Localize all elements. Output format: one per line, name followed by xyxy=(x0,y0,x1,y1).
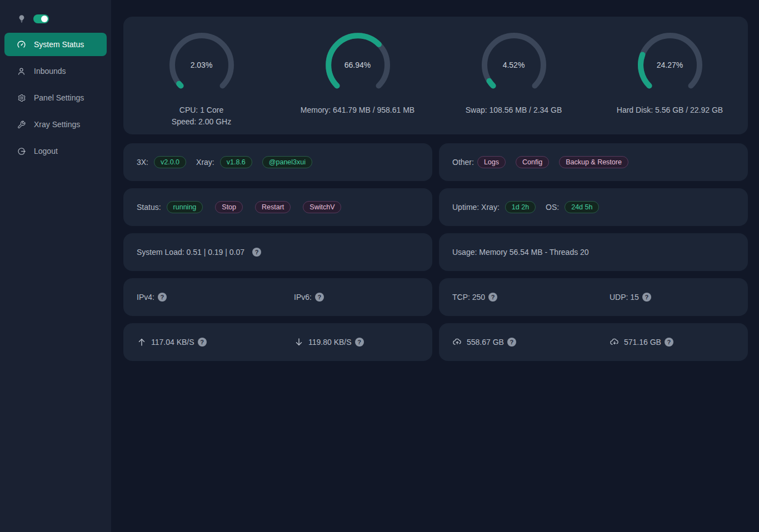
uptime-card: Uptime: Xray: 1d 2h OS: 24d 5h xyxy=(439,188,748,226)
ipv6-label: IPv6: xyxy=(294,293,312,302)
status-label: Status: xyxy=(137,203,161,212)
disk-label: Hard Disk: 5.56 GB / 22.92 GB xyxy=(617,104,723,116)
xray-label: Xray: xyxy=(196,158,214,167)
other-label: Other: xyxy=(452,158,474,167)
sidebar-item-label: Xray Settings xyxy=(34,120,80,129)
lightbulb-icon xyxy=(17,14,26,24)
logout-icon xyxy=(17,147,26,156)
disk-gauge: 24.27% Hard Disk: 5.56 GB / 22.92 GB xyxy=(592,17,748,134)
upload-speed-text: 117.04 KB/S xyxy=(151,338,194,347)
config-button[interactable]: Config xyxy=(516,156,549,168)
status-running-badge: running xyxy=(167,201,203,213)
tcp-count-text: TCP: 250 xyxy=(452,293,485,302)
help-icon[interactable]: ? xyxy=(355,338,364,347)
xray-status-card: Status: running Stop Restart SwitchV xyxy=(123,188,432,226)
help-icon[interactable]: ? xyxy=(488,293,497,302)
os-uptime-badge: 24d 5h xyxy=(565,201,599,213)
sidebar: System Status Inbounds Panel Settings xyxy=(0,0,111,532)
dashboard-icon xyxy=(17,40,26,49)
memory-percent: 66.94% xyxy=(324,32,391,98)
swap-gauge: 4.52% Swap: 108.56 MB / 2.34 GB xyxy=(436,17,592,134)
versions-card: 3X: v2.0.0 Xray: v1.8.6 @panel3xui xyxy=(123,143,432,181)
upload-total-text: 558.67 GB xyxy=(467,338,504,347)
theme-toggle-row xyxy=(0,0,111,23)
cpu-percent: 2.03% xyxy=(168,32,235,98)
3x-label: 3X: xyxy=(137,158,148,167)
uptime-xray-label: Uptime: Xray: xyxy=(452,203,500,212)
connections-card: TCP: 250 ? UDP: 15 ? xyxy=(439,278,748,316)
usage-card: Usage: Memory 56.54 MB - Threads 20 xyxy=(439,233,748,271)
resource-gauges-card: 2.03% CPU: 1 Core Speed: 2.00 GHz 66.94%… xyxy=(123,17,748,134)
download-total-text: 571.16 GB xyxy=(624,338,661,347)
switch-version-button[interactable]: SwitchV xyxy=(303,201,341,213)
sidebar-item-label: System Status xyxy=(34,40,84,49)
dark-mode-toggle[interactable] xyxy=(33,14,49,23)
sidebar-item-panel-settings[interactable]: Panel Settings xyxy=(4,86,107,109)
restart-button[interactable]: Restart xyxy=(255,201,291,213)
help-icon[interactable]: ? xyxy=(252,248,261,257)
system-load-text: System Load: 0.51 | 0.19 | 0.07 xyxy=(137,248,244,257)
arrow-up-icon xyxy=(137,337,147,347)
cpu-gauge: 2.03% CPU: 1 Core Speed: 2.00 GHz xyxy=(123,17,279,134)
cpu-label: CPU: 1 Core xyxy=(172,104,231,116)
help-icon[interactable]: ? xyxy=(665,338,673,347)
logs-button[interactable]: Logs xyxy=(477,156,506,168)
total-traffic-card: 558.67 GB ? 571.16 GB ? xyxy=(439,323,748,361)
help-icon[interactable]: ? xyxy=(642,293,651,302)
3x-version-tag: v2.0.0 xyxy=(154,156,186,168)
ipv4-label: IPv4: xyxy=(137,293,154,302)
sidebar-item-xray-settings[interactable]: Xray Settings xyxy=(4,113,107,136)
sidebar-item-system-status[interactable]: System Status xyxy=(4,33,107,56)
sidebar-item-label: Logout xyxy=(34,147,58,155)
swap-percent: 4.52% xyxy=(481,32,547,98)
udp-count-text: UDP: 15 xyxy=(610,293,639,302)
disk-percent: 24.27% xyxy=(637,32,703,98)
sidebar-item-inbounds[interactable]: Inbounds xyxy=(4,59,107,83)
network-speed-card: 117.04 KB/S ? 119.80 KB/S ? xyxy=(123,323,432,361)
cpu-speed-label: Speed: 2.00 GHz xyxy=(172,116,231,128)
help-icon[interactable]: ? xyxy=(158,293,167,302)
system-load-card: System Load: 0.51 | 0.19 | 0.07 ? xyxy=(123,233,432,271)
xray-uptime-badge: 1d 2h xyxy=(505,201,536,213)
sidebar-item-label: Inbounds xyxy=(34,67,66,76)
toggle-knob xyxy=(41,16,48,22)
help-icon[interactable]: ? xyxy=(315,293,324,302)
memory-label: Memory: 641.79 MB / 958.61 MB xyxy=(301,104,415,116)
xray-version-tag: v1.8.6 xyxy=(220,156,252,168)
cloud-upload-icon xyxy=(452,337,462,347)
help-icon[interactable]: ? xyxy=(507,338,516,347)
backup-restore-button[interactable]: Backup & Restore xyxy=(559,156,628,168)
telegram-channel-tag[interactable]: @panel3xui xyxy=(262,156,312,168)
stop-button[interactable]: Stop xyxy=(215,201,243,213)
wrench-icon xyxy=(17,120,26,129)
swap-label: Swap: 108.56 MB / 2.34 GB xyxy=(466,104,562,116)
other-actions-card: Other: Logs Config Backup & Restore xyxy=(439,143,748,181)
sidebar-menu: System Status Inbounds Panel Settings xyxy=(0,33,111,163)
cloud-download-icon xyxy=(610,337,620,347)
usage-text: Usage: Memory 56.54 MB - Threads 20 xyxy=(452,248,589,257)
help-icon[interactable]: ? xyxy=(198,338,207,347)
memory-gauge: 66.94% Memory: 641.79 MB / 958.61 MB xyxy=(279,17,436,134)
download-speed-text: 119.80 KB/S xyxy=(308,338,352,347)
ip-card: IPv4: ? IPv6: ? xyxy=(123,278,432,316)
sidebar-item-label: Panel Settings xyxy=(34,93,84,102)
arrow-down-icon xyxy=(294,337,304,347)
main-content: 2.03% CPU: 1 Core Speed: 2.00 GHz 66.94%… xyxy=(111,0,759,532)
sidebar-item-logout[interactable]: Logout xyxy=(4,139,107,163)
user-icon xyxy=(17,67,26,76)
os-label: OS: xyxy=(546,203,559,212)
info-grid: 3X: v2.0.0 Xray: v1.8.6 @panel3xui Other… xyxy=(123,143,748,361)
gear-icon xyxy=(17,93,26,103)
